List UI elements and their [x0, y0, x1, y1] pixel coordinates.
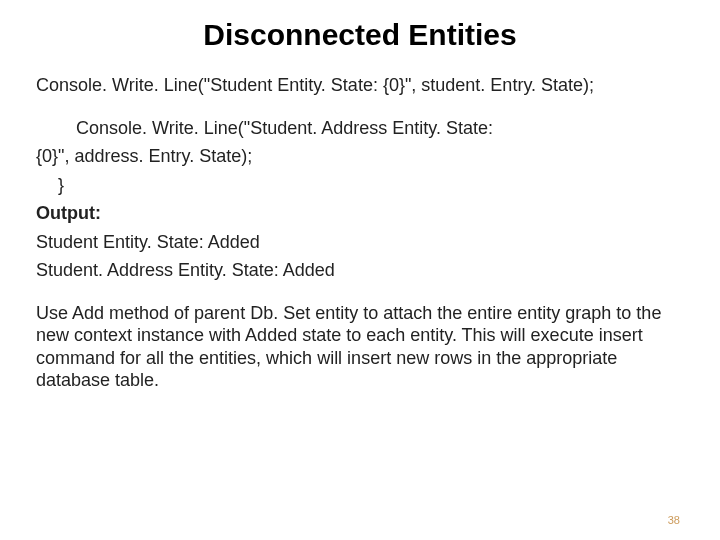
output-line-2: Student. Address Entity. State: Added [36, 259, 684, 282]
slide-body: Console. Write. Line("Student Entity. St… [0, 60, 720, 392]
output-line-1: Student Entity. State: Added [36, 231, 684, 254]
page-number: 38 [668, 514, 680, 526]
code-line-2a: Console. Write. Line("Student. Address E… [36, 117, 684, 140]
output-label: Output: [36, 202, 684, 225]
closing-brace: } [36, 174, 684, 197]
code-line-2b: {0}", address. Entry. State); [36, 145, 684, 168]
explanation: Use Add method of parent Db. Set entity … [36, 302, 684, 392]
code-line-1: Console. Write. Line("Student Entity. St… [36, 74, 684, 97]
slide-title: Disconnected Entities [0, 0, 720, 60]
slide: { "title": "Disconnected Entities", "cod… [0, 0, 720, 540]
